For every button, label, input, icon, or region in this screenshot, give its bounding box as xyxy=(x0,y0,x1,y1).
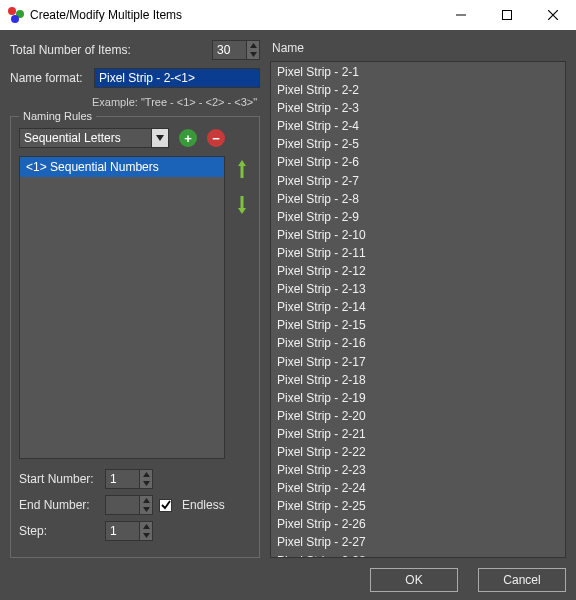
list-item[interactable]: Pixel Strip - 2-9 xyxy=(271,208,565,226)
chevron-down-icon[interactable] xyxy=(140,479,152,488)
list-item[interactable]: Pixel Strip - 2-5 xyxy=(271,135,565,153)
list-item[interactable]: Pixel Strip - 2-12 xyxy=(271,262,565,280)
list-item[interactable]: Pixel Strip - 2-2 xyxy=(271,81,565,99)
rule-list-item[interactable]: <1> Sequential Numbers xyxy=(20,157,224,177)
list-item[interactable]: Pixel Strip - 2-21 xyxy=(271,425,565,443)
list-item[interactable]: Pixel Strip - 2-6 xyxy=(271,153,565,171)
name-list[interactable]: Pixel Strip - 2-1Pixel Strip - 2-2Pixel … xyxy=(270,61,566,558)
list-item[interactable]: Pixel Strip - 2-11 xyxy=(271,244,565,262)
list-item[interactable]: Pixel Strip - 2-26 xyxy=(271,515,565,533)
list-item[interactable]: Pixel Strip - 2-1 xyxy=(271,63,565,81)
move-down-button[interactable] xyxy=(238,196,246,214)
app-icon xyxy=(8,7,24,23)
name-format-input[interactable] xyxy=(94,68,260,88)
name-format-example: Example: "Tree - <1> - <2> - <3>" xyxy=(92,96,260,108)
move-up-button[interactable] xyxy=(238,160,246,178)
chevron-down-icon[interactable] xyxy=(247,50,259,59)
name-list-header: Name xyxy=(272,41,566,55)
add-rule-button[interactable]: + xyxy=(179,129,197,147)
list-item[interactable]: Pixel Strip - 2-19 xyxy=(271,389,565,407)
list-item[interactable]: Pixel Strip - 2-4 xyxy=(271,117,565,135)
list-item[interactable]: Pixel Strip - 2-8 xyxy=(271,190,565,208)
list-item[interactable]: Pixel Strip - 2-16 xyxy=(271,334,565,352)
list-item[interactable]: Pixel Strip - 2-13 xyxy=(271,280,565,298)
endless-label: Endless xyxy=(182,498,225,512)
remove-rule-button[interactable]: − xyxy=(207,129,225,147)
svg-rect-1 xyxy=(503,11,512,20)
end-number-spinner[interactable] xyxy=(105,495,153,515)
cancel-button[interactable]: Cancel xyxy=(478,568,566,592)
endless-checkbox[interactable] xyxy=(159,499,172,512)
rule-type-value: Sequential Letters xyxy=(19,128,151,148)
step-label: Step: xyxy=(19,524,99,538)
list-item[interactable]: Pixel Strip - 2-22 xyxy=(271,443,565,461)
list-item[interactable]: Pixel Strip - 2-15 xyxy=(271,316,565,334)
list-item[interactable]: Pixel Strip - 2-24 xyxy=(271,479,565,497)
chevron-up-icon[interactable] xyxy=(140,522,152,531)
chevron-up-icon[interactable] xyxy=(140,470,152,479)
name-format-label: Name format: xyxy=(10,71,88,85)
chevron-up-icon[interactable] xyxy=(140,496,152,505)
naming-rules-group: Naming Rules Sequential Letters + − <1> … xyxy=(10,116,260,558)
list-item[interactable]: Pixel Strip - 2-3 xyxy=(271,99,565,117)
list-item[interactable]: Pixel Strip - 2-23 xyxy=(271,461,565,479)
ok-button[interactable]: OK xyxy=(370,568,458,592)
step-spinner[interactable] xyxy=(105,521,153,541)
start-number-spinner[interactable] xyxy=(105,469,153,489)
list-item[interactable]: Pixel Strip - 2-17 xyxy=(271,353,565,371)
close-button[interactable] xyxy=(530,0,576,30)
list-item[interactable]: Pixel Strip - 2-7 xyxy=(271,172,565,190)
naming-rules-legend: Naming Rules xyxy=(19,110,96,122)
list-item[interactable]: Pixel Strip - 2-18 xyxy=(271,371,565,389)
titlebar: Create/Modify Multiple Items xyxy=(0,0,576,30)
start-number-input[interactable] xyxy=(105,469,139,489)
list-item[interactable]: Pixel Strip - 2-20 xyxy=(271,407,565,425)
chevron-up-icon[interactable] xyxy=(247,41,259,50)
rule-type-dropdown[interactable]: Sequential Letters xyxy=(19,128,169,148)
chevron-down-icon[interactable] xyxy=(151,128,169,148)
maximize-button[interactable] xyxy=(484,0,530,30)
rule-list[interactable]: <1> Sequential Numbers xyxy=(19,156,225,459)
list-item[interactable]: Pixel Strip - 2-10 xyxy=(271,226,565,244)
start-number-label: Start Number: xyxy=(19,472,99,486)
total-items-spinner[interactable] xyxy=(212,40,260,60)
list-item[interactable]: Pixel Strip - 2-27 xyxy=(271,533,565,551)
chevron-down-icon[interactable] xyxy=(140,505,152,514)
list-item[interactable]: Pixel Strip - 2-14 xyxy=(271,298,565,316)
minimize-button[interactable] xyxy=(438,0,484,30)
total-items-label: Total Number of Items: xyxy=(10,43,206,57)
total-items-input[interactable] xyxy=(212,40,246,60)
list-item[interactable]: Pixel Strip - 2-25 xyxy=(271,497,565,515)
end-number-label: End Number: xyxy=(19,498,99,512)
chevron-down-icon[interactable] xyxy=(140,531,152,540)
step-input[interactable] xyxy=(105,521,139,541)
window-title: Create/Modify Multiple Items xyxy=(30,8,438,22)
end-number-input[interactable] xyxy=(105,495,139,515)
svg-rect-0 xyxy=(456,15,466,16)
